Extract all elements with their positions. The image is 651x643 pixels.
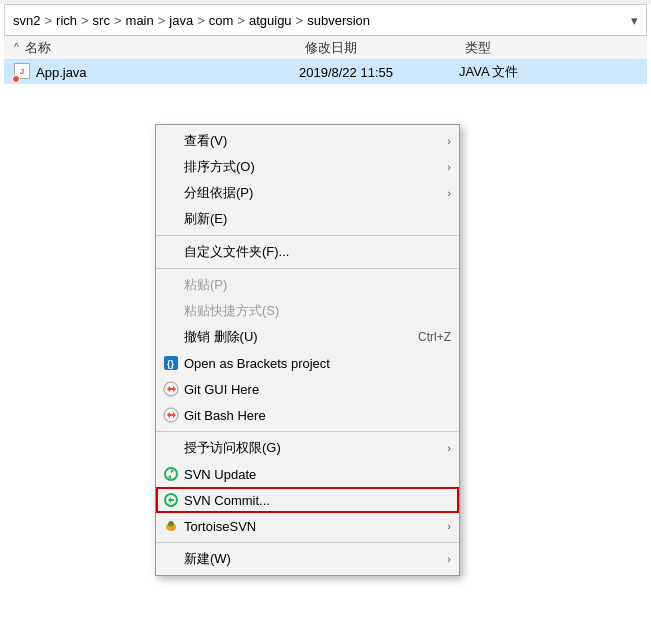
paste-label: 粘贴(P) (184, 276, 227, 294)
col-header-date[interactable]: 修改日期 (305, 39, 465, 57)
git-bash-label: Git Bash Here (184, 408, 266, 423)
customize-label: 自定义文件夹(F)... (184, 243, 289, 261)
menu-item-new[interactable]: 新建(W) › (156, 546, 459, 572)
menu-item-paste-shortcut[interactable]: 粘贴快捷方式(S) (156, 298, 459, 324)
bc-src: src (93, 13, 110, 28)
menu-item-svn-commit[interactable]: SVN Commit... (156, 487, 459, 513)
tortoise-svn-icon (162, 517, 180, 535)
menu-item-refresh[interactable]: 刷新(E) (156, 206, 459, 232)
git-gui-icon (162, 380, 180, 398)
breadcrumb[interactable]: svn2 > rich > src > main > java > com > … (4, 4, 647, 36)
sort-arrow-icon: ^ (14, 42, 19, 53)
menu-item-view[interactable]: 查看(V) › (156, 128, 459, 154)
tortoise-arrow-icon: › (447, 520, 451, 532)
group-arrow-icon: › (447, 187, 451, 199)
file-name: App.java (36, 65, 299, 80)
file-icon-java: J (14, 63, 32, 81)
breadcrumb-dropdown[interactable]: ▾ (631, 13, 638, 28)
bc-svn2: svn2 (13, 13, 40, 28)
bc-atguigu: atguigu (249, 13, 292, 28)
svn-commit-icon (162, 491, 180, 509)
svg-point-8 (169, 521, 173, 525)
menu-item-undo[interactable]: 撤销 删除(U) Ctrl+Z (156, 324, 459, 350)
new-label: 新建(W) (184, 550, 231, 568)
bc-main: main (126, 13, 154, 28)
paste-shortcut-label: 粘贴快捷方式(S) (184, 302, 279, 320)
undo-label: 撤销 删除(U) (184, 328, 258, 346)
git-bash-icon (162, 406, 180, 424)
sort-arrow-icon: › (447, 161, 451, 173)
col-header-type[interactable]: 类型 (465, 39, 491, 57)
menu-item-group[interactable]: 分组依据(P) › (156, 180, 459, 206)
svg-text:{}: {} (167, 359, 175, 369)
menu-item-brackets[interactable]: {} Open as Brackets project (156, 350, 459, 376)
bc-rich: rich (56, 13, 77, 28)
separator-4 (156, 542, 459, 543)
brackets-icon: {} (162, 354, 180, 372)
menu-item-access[interactable]: 授予访问权限(G) › (156, 435, 459, 461)
file-date: 2019/8/22 11:55 (299, 65, 459, 80)
git-gui-label: Git GUI Here (184, 382, 259, 397)
menu-item-paste[interactable]: 粘贴(P) (156, 272, 459, 298)
svn-update-label: SVN Update (184, 467, 256, 482)
brackets-label: Open as Brackets project (184, 356, 330, 371)
separator-1 (156, 235, 459, 236)
menu-item-git-gui[interactable]: Git GUI Here (156, 376, 459, 402)
menu-item-sort[interactable]: 排序方式(O) › (156, 154, 459, 180)
bc-com: com (209, 13, 234, 28)
undo-shortcut: Ctrl+Z (418, 330, 451, 344)
new-arrow-icon: › (447, 553, 451, 565)
refresh-label: 刷新(E) (184, 210, 227, 228)
sort-label: 排序方式(O) (184, 158, 255, 176)
tortoise-label: TortoiseSVN (184, 519, 256, 534)
view-arrow-icon: › (447, 135, 451, 147)
view-label: 查看(V) (184, 132, 227, 150)
access-label: 授予访问权限(G) (184, 439, 281, 457)
menu-item-svn-update[interactable]: SVN Update (156, 461, 459, 487)
menu-item-customize[interactable]: 自定义文件夹(F)... (156, 239, 459, 265)
menu-item-tortoise[interactable]: TortoiseSVN › (156, 513, 459, 539)
context-menu: 查看(V) › 排序方式(O) › 分组依据(P) › 刷新(E) 自定义文件夹… (155, 124, 460, 576)
bc-java: java (169, 13, 193, 28)
separator-3 (156, 431, 459, 432)
svn-update-icon (162, 465, 180, 483)
separator-2 (156, 268, 459, 269)
svn-commit-label: SVN Commit... (184, 493, 270, 508)
access-arrow-icon: › (447, 442, 451, 454)
group-label: 分组依据(P) (184, 184, 253, 202)
explorer-window: svn2 > rich > src > main > java > com > … (0, 4, 651, 643)
col-header-name[interactable]: 名称 (25, 39, 305, 57)
column-header: ^ 名称 修改日期 类型 (4, 36, 647, 60)
file-type: JAVA 文件 (459, 63, 518, 81)
bc-subversion: subversion (307, 13, 370, 28)
file-row-appjava[interactable]: J App.java 2019/8/22 11:55 JAVA 文件 (4, 60, 647, 84)
menu-item-git-bash[interactable]: Git Bash Here (156, 402, 459, 428)
